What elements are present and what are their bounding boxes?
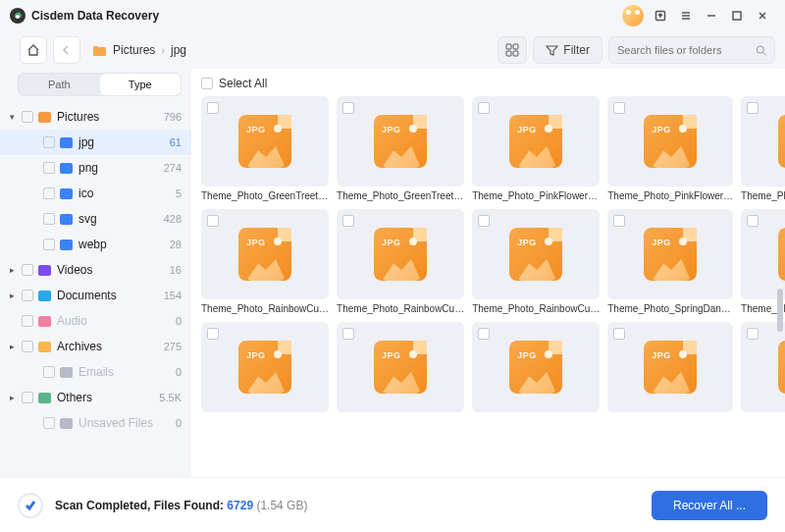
home-button[interactable] <box>20 36 47 64</box>
file-checkbox[interactable] <box>342 215 354 227</box>
file-checkbox[interactable] <box>613 215 625 227</box>
back-button[interactable] <box>53 36 80 64</box>
expand-toggle[interactable]: ▸ <box>6 265 18 275</box>
svg-rect-11 <box>60 137 73 148</box>
tab-type[interactable]: Type <box>100 74 182 95</box>
file-thumb[interactable]: JPG <box>337 96 464 186</box>
tree-checkbox[interactable] <box>22 290 33 301</box>
jpg-icon: JPG <box>778 228 785 281</box>
file-cell[interactable]: JPGTheme_Photo_GreenTreet… <box>337 96 464 201</box>
file-thumb[interactable]: JPG <box>201 96 329 186</box>
tree-checkbox[interactable] <box>43 366 55 378</box>
file-checkbox[interactable] <box>747 328 759 340</box>
search-input[interactable] <box>617 44 750 56</box>
menu-icon[interactable] <box>673 4 699 27</box>
tree-row-others[interactable]: ▸Others5.5K <box>0 385 191 410</box>
view-grid-button[interactable] <box>497 36 527 64</box>
file-cell[interactable]: JPG <box>607 322 733 412</box>
tree-checkbox[interactable] <box>22 315 33 327</box>
svg-rect-17 <box>38 291 51 301</box>
file-checkbox[interactable] <box>478 215 490 227</box>
file-checkbox[interactable] <box>478 102 490 114</box>
tree-row-videos[interactable]: ▸Videos16 <box>0 257 191 283</box>
file-checkbox[interactable] <box>613 102 625 114</box>
expand-toggle[interactable]: ▾ <box>6 112 18 122</box>
file-cell[interactable]: JPGTheme_Photo_RainbowCu… <box>201 209 329 314</box>
file-thumb[interactable]: JPG <box>741 322 785 412</box>
tree-row-svg[interactable]: svg428 <box>0 206 191 232</box>
tree-row-unsaved-files[interactable]: Unsaved Files0 <box>0 410 191 436</box>
search-icon <box>756 44 767 57</box>
file-thumb[interactable]: JPG <box>472 322 600 412</box>
file-cell[interactable]: JPGTheme_Photo_RainbowCu… <box>337 209 464 314</box>
expand-toggle[interactable]: ▸ <box>6 342 18 351</box>
tree-row-documents[interactable]: ▸Documents154 <box>0 283 191 308</box>
file-cell[interactable]: JPGTheme_Photo_GreenTreet… <box>201 96 329 201</box>
tree-row-jpg[interactable]: jpg61 <box>0 130 191 155</box>
file-thumb[interactable]: JPG <box>607 322 733 412</box>
close-button[interactable] <box>750 4 775 27</box>
tree-checkbox[interactable] <box>22 392 33 403</box>
tree-checkbox[interactable] <box>43 136 55 148</box>
tree-label: ico <box>78 186 176 200</box>
upload-icon[interactable] <box>648 4 673 27</box>
file-cell[interactable]: JPGTheme_Photo_RainbowCu… <box>472 209 600 314</box>
tree-checkbox[interactable] <box>43 213 55 225</box>
file-cell[interactable]: JPG <box>337 322 464 412</box>
tree-row-archives[interactable]: ▸Archives275 <box>0 334 191 359</box>
tree-row-webp[interactable]: webp28 <box>0 232 191 257</box>
scrollbar-thumb[interactable] <box>777 289 783 332</box>
tree-row-png[interactable]: png274 <box>0 155 191 181</box>
tree-checkbox[interactable] <box>43 162 55 174</box>
tree-checkbox[interactable] <box>22 264 33 276</box>
file-thumb[interactable]: JPG <box>201 322 329 412</box>
file-checkbox[interactable] <box>207 102 219 114</box>
expand-toggle[interactable]: ▸ <box>6 291 18 300</box>
file-checkbox[interactable] <box>342 328 354 340</box>
recover-all-button[interactable]: Recover All ... <box>652 491 767 520</box>
file-checkbox[interactable] <box>747 215 759 227</box>
file-checkbox[interactable] <box>342 102 354 114</box>
file-thumb[interactable]: JPG <box>472 96 600 186</box>
tree-row-emails[interactable]: Emails0 <box>0 359 191 385</box>
expand-toggle[interactable]: ▸ <box>6 393 18 402</box>
file-thumb[interactable]: JPG <box>472 209 600 299</box>
file-thumb[interactable]: JPG <box>607 96 733 186</box>
file-checkbox[interactable] <box>207 328 219 340</box>
maximize-button[interactable] <box>724 4 750 27</box>
tree-checkbox[interactable] <box>22 111 33 123</box>
file-cell[interactable]: JPG <box>741 322 785 412</box>
file-cell[interactable]: JPGTheme_Photo_RainbowCu… <box>741 96 785 201</box>
file-checkbox[interactable] <box>478 328 490 340</box>
tree-row-audio[interactable]: Audio0 <box>0 308 191 334</box>
tab-path[interactable]: Path <box>19 74 100 95</box>
select-all-row[interactable]: Select All <box>191 75 785 96</box>
file-checkbox[interactable] <box>613 328 625 340</box>
file-cell[interactable]: JPGTheme_Photo_PinkFlower… <box>607 96 733 201</box>
select-all-checkbox[interactable] <box>201 78 213 89</box>
file-thumb[interactable]: JPG <box>607 209 733 299</box>
tree-checkbox[interactable] <box>43 187 55 199</box>
file-checkbox[interactable] <box>207 215 219 227</box>
file-thumb[interactable]: JPG <box>337 322 464 412</box>
tree-checkbox[interactable] <box>43 417 55 429</box>
tree-checkbox[interactable] <box>43 239 55 250</box>
breadcrumb-parent[interactable]: Pictures <box>113 43 155 57</box>
file-checkbox[interactable] <box>747 102 759 114</box>
file-thumb[interactable]: JPG <box>741 96 785 186</box>
tree-row-ico[interactable]: ico5 <box>0 181 191 206</box>
minimize-button[interactable] <box>699 4 724 27</box>
file-thumb[interactable]: JPG <box>337 209 464 299</box>
file-cell[interactable]: JPGTheme_Photo_SpringDan… <box>607 209 733 314</box>
file-cell[interactable]: JPG <box>472 322 600 412</box>
tree-checkbox[interactable] <box>22 341 33 352</box>
tree-row-pictures[interactable]: ▾Pictures796 <box>0 104 191 130</box>
file-name: Theme_Photo_SpringDan… <box>607 303 733 314</box>
file-cell[interactable]: JPG <box>201 322 329 412</box>
filter-button[interactable]: Filter <box>533 36 602 64</box>
avatar-icon[interactable] <box>622 5 644 27</box>
file-thumb[interactable]: JPG <box>741 209 785 299</box>
file-cell[interactable]: JPGTheme_Photo_PinkFlower… <box>472 96 600 201</box>
file-thumb[interactable]: JPG <box>201 209 329 299</box>
search-box[interactable] <box>608 36 775 64</box>
